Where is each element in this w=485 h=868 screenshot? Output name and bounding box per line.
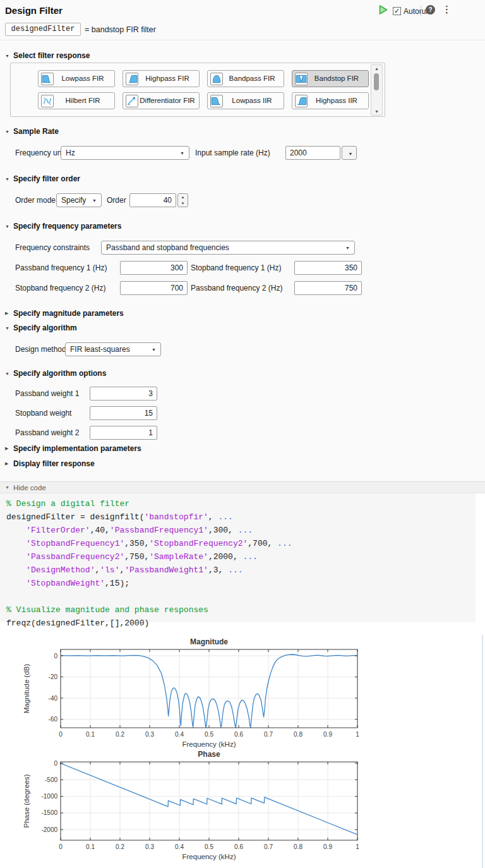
passband-weight-1-field[interactable]	[90, 387, 157, 401]
svg-text:1: 1	[356, 843, 359, 850]
bandpass-fir-icon	[210, 73, 223, 85]
svg-text:-60: -60	[49, 716, 58, 723]
svg-text:0.1: 0.1	[86, 843, 95, 850]
svg-text:0.6: 0.6	[234, 843, 243, 850]
section-specify-implementation-parameters[interactable]: ▶ Specify implementation parameters	[5, 444, 141, 453]
section-select-filter-response[interactable]: ▼ Select filter response	[5, 51, 90, 60]
expander-icon: ▶	[5, 461, 10, 466]
frequency-constraints-label: Frequency constraints	[15, 241, 90, 255]
design-method-select[interactable]: FIR least-squares ▼	[65, 342, 161, 356]
design-filter-task-panel: Design Filter ✓ Autorun ? ⋮ designedFilt…	[0, 0, 485, 868]
passband-frequency-1-label: Passband frequency 1 (Hz)	[15, 261, 107, 275]
filter-response-lowpass-iir[interactable]: Lowpass IIR	[207, 92, 284, 109]
output-panel-edge	[482, 635, 483, 868]
stopband-weight-field[interactable]	[90, 406, 157, 420]
section-specify-filter-order[interactable]: ▼ Specify filter order	[5, 174, 80, 183]
filter-response-bandpass-fir[interactable]: Bandpass FIR	[207, 70, 284, 87]
svg-text:0.2: 0.2	[116, 843, 124, 850]
frequency-units-select[interactable]: Hz ▼	[61, 146, 189, 160]
lowpass-fir-icon	[41, 73, 54, 85]
magnitude-response-chart: 00.10.20.30.40.50.60.70.80.910-20-40-60M…	[19, 637, 410, 749]
section-specify-frequency-parameters[interactable]: ▼ Specify frequency parameters	[5, 222, 121, 231]
svg-text:0.7: 0.7	[264, 731, 273, 738]
section-sample-rate[interactable]: ▼ Sample Rate	[5, 127, 59, 136]
passband-frequency-2-label: Passband frequency 2 (Hz)	[191, 281, 282, 295]
spinner-down-icon[interactable]: ▼	[178, 200, 188, 207]
expander-icon: ▼	[5, 485, 10, 490]
run-button[interactable]	[378, 4, 388, 15]
svg-text:0.4: 0.4	[175, 843, 184, 850]
svg-text:0: 0	[59, 731, 63, 738]
filter-response-bandstop-fir[interactable]: Bandstop FIR	[292, 70, 369, 87]
expander-icon: ▶	[5, 446, 10, 451]
section-specify-algorithm-options[interactable]: ▼ Specify algorithm options	[5, 369, 106, 378]
svg-text:Phase (degrees): Phase (degrees)	[23, 774, 30, 828]
input-sample-rate-dropdown-button[interactable]: ▼	[342, 146, 357, 160]
stopband-frequency-1-field[interactable]	[294, 261, 362, 275]
svg-text:-2000: -2000	[41, 826, 57, 833]
dropdown-arrow-icon: ▼	[180, 151, 184, 155]
svg-text:-1000: -1000	[41, 793, 57, 800]
svg-text:0.9: 0.9	[323, 843, 332, 850]
section-specify-algorithm[interactable]: ▼ Specify algorithm	[5, 323, 77, 332]
svg-text:0.9: 0.9	[323, 731, 332, 738]
svg-text:1: 1	[356, 731, 359, 738]
filter-response-differentiator-fir[interactable]: Differentiator FIR	[123, 92, 200, 109]
filter-response-gallery: Lowpass FIR Highpass FIR Bandpass FIR Ba…	[10, 63, 385, 117]
stopband-frequency-2-field[interactable]	[120, 281, 188, 295]
filter-response-highpass-iir[interactable]: Highpass IIR	[292, 92, 369, 109]
passband-weight-2-field[interactable]	[90, 426, 157, 440]
dropdown-arrow-icon: ▼	[345, 246, 350, 250]
order-field[interactable]	[129, 193, 176, 207]
svg-text:-1500: -1500	[41, 809, 57, 816]
scrollbar-thumb[interactable]	[374, 73, 379, 90]
question-icon: ?	[428, 6, 432, 13]
svg-text:0: 0	[54, 760, 57, 767]
svg-text:-20: -20	[49, 673, 58, 680]
passband-frequency-1-field[interactable]	[120, 261, 188, 275]
filter-response-lowpass-fir[interactable]: Lowpass FIR	[38, 70, 115, 87]
scroll-up-icon[interactable]: ▲	[371, 66, 382, 71]
svg-text:Phase: Phase	[198, 750, 220, 759]
output-variable-description: = bandstop FIR filter	[85, 25, 156, 34]
order-mode-label: Order mode	[15, 193, 56, 207]
dropdown-arrow-icon: ▼	[349, 152, 353, 156]
gallery-scrollbar[interactable]: ▲ ▼	[371, 64, 383, 116]
order-spinner[interactable]: ▲ ▼	[177, 193, 188, 207]
design-method-label: Design method	[15, 342, 66, 356]
expander-icon: ▼	[5, 224, 10, 229]
help-button[interactable]: ?	[426, 5, 435, 15]
order-label: Order	[107, 193, 126, 207]
filter-response-hilbert-fir[interactable]: Hilbert FIR	[38, 92, 115, 109]
lowpass-iir-icon	[210, 95, 223, 107]
output-variable-name-field[interactable]: designedFilter	[5, 23, 81, 36]
overflow-menu-button[interactable]: ⋮	[442, 4, 452, 15]
spinner-up-icon[interactable]: ▲	[178, 194, 188, 200]
section-specify-magnitude-parameters[interactable]: ▶ Specify magnitude parameters	[5, 309, 124, 318]
header-separator	[0, 40, 485, 40]
svg-text:Frequency (kHz): Frequency (kHz)	[183, 740, 236, 748]
svg-text:0.1: 0.1	[86, 731, 95, 738]
expander-icon: ▼	[5, 177, 10, 181]
svg-text:-500: -500	[45, 776, 57, 783]
filter-response-highpass-fir[interactable]: Highpass FIR	[123, 70, 200, 87]
frequency-constraints-select[interactable]: Passband and stopband frequencies ▼	[101, 241, 355, 255]
passband-frequency-2-field[interactable]	[294, 281, 362, 295]
autorun-checkbox[interactable]: ✓	[393, 7, 401, 15]
expander-icon: ▼	[5, 130, 10, 134]
section-display-filter-response[interactable]: ▶ Display filter response	[5, 459, 95, 468]
order-mode-select[interactable]: Specify ▼	[56, 193, 102, 207]
stopband-weight-label: Stopband weight	[15, 406, 71, 420]
passband-weight-1-label: Passband weight 1	[15, 387, 79, 401]
hide-code-toggle[interactable]: ▼ Hide code	[0, 481, 485, 493]
hilbert-fir-icon	[41, 95, 54, 107]
input-sample-rate-field[interactable]	[285, 146, 340, 160]
expander-icon: ▼	[5, 54, 10, 58]
svg-text:0.8: 0.8	[294, 731, 302, 738]
scroll-down-icon[interactable]: ▼	[371, 109, 382, 114]
phase-response-chart: 00.10.20.30.40.50.60.70.80.910-500-1000-…	[19, 749, 410, 862]
dropdown-arrow-icon: ▼	[152, 347, 156, 352]
expander-icon: ▼	[5, 371, 10, 376]
svg-text:-40: -40	[49, 695, 58, 702]
svg-text:0.7: 0.7	[264, 843, 273, 850]
